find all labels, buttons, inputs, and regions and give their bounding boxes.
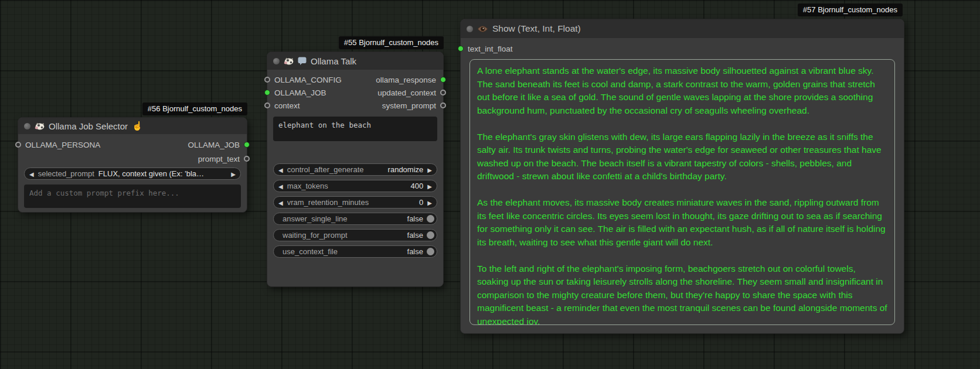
node-ollama-talk[interactable]: Ollama Talk OLLAMA_CONFIG ollama_respons… <box>267 52 444 287</box>
increment-arrow-icon[interactable] <box>427 165 432 174</box>
slot-row: prompt_text <box>18 152 247 166</box>
input-label: OLLAMA_PERSONA <box>25 141 100 149</box>
output-label: system_prompt <box>382 101 436 110</box>
show-text-output-area[interactable]: A lone elephant stands at the water's ed… <box>469 59 895 325</box>
node-show-text-int-float[interactable]: Show (Text, Int, Float) text_int_float A… <box>460 19 904 334</box>
node-id-badge-55: #55 Bjornulf_custom_nodes <box>339 36 444 49</box>
pointing-up-icon <box>132 121 143 131</box>
selected-prompt-combo-widget[interactable]: selected_prompt FLUX, context given (Ex:… <box>24 168 241 180</box>
decrement-arrow-icon[interactable] <box>278 198 283 207</box>
node-id-badge-56: #56 Bjornulf_custom_nodes <box>142 102 247 115</box>
input-slot-context[interactable] <box>264 102 270 108</box>
widget-value: false <box>407 214 423 223</box>
output-label: updated_context <box>377 88 436 97</box>
widget-name: use_context_file <box>283 247 338 256</box>
output-slot-updated-context[interactable] <box>440 90 446 95</box>
node-title: Ollama Job Selector <box>49 121 128 131</box>
output-slot-ollama-job[interactable] <box>244 142 250 148</box>
increment-arrow-icon[interactable] <box>231 169 236 178</box>
widget-value: 0 <box>419 198 423 207</box>
control-after-generate-combo-widget[interactable]: control_after_generate randomize <box>273 163 437 176</box>
increment-arrow-icon[interactable] <box>427 182 432 190</box>
widget-name: answer_single_line <box>283 214 348 223</box>
widget-value: randomize <box>388 165 424 174</box>
widget-name: max_tokens <box>287 182 328 190</box>
node-id-badge-57: #57 Bjornulf_custom_nodes <box>798 4 903 16</box>
node-header-drag-handle[interactable]: Ollama Talk <box>267 52 443 70</box>
decrement-arrow-icon[interactable] <box>29 169 34 178</box>
max-tokens-number-widget[interactable]: max_tokens 400 <box>273 180 437 192</box>
speech-bubble-icon <box>298 57 307 65</box>
input-slot-text-int-float[interactable] <box>458 46 464 52</box>
toggle-knob-icon[interactable] <box>427 248 434 255</box>
input-label: text_int_float <box>468 45 513 53</box>
cow-icon <box>284 57 294 65</box>
prompt-text-textarea[interactable]: elephant on the beach <box>273 117 437 141</box>
node-title: Ollama Talk <box>311 56 356 66</box>
waiting-for-prompt-toggle-widget[interactable]: waiting_for_prompt false <box>273 229 437 241</box>
use-context-file-toggle-widget[interactable]: use_context_file false <box>273 245 437 258</box>
eye-icon <box>477 25 488 33</box>
vram-retention-minutes-number-widget[interactable]: vram_retention_minutes 0 <box>273 196 437 209</box>
collapse-node-icon[interactable] <box>24 123 30 129</box>
output-slot-ollama-response[interactable] <box>440 77 446 83</box>
increment-arrow-icon[interactable] <box>427 198 432 207</box>
input-slot-ollama-persona[interactable] <box>15 142 21 148</box>
decrement-arrow-icon[interactable] <box>278 165 283 174</box>
widget-value: 400 <box>411 182 424 190</box>
slot-row: text_int_float <box>461 42 904 56</box>
widget-value: false <box>407 231 423 240</box>
node-header-drag-handle[interactable]: Ollama Job Selector <box>18 118 247 134</box>
input-label: OLLAMA_JOB <box>274 88 326 97</box>
input-label: context <box>274 101 300 110</box>
slot-row: OLLAMA_JOB updated_context <box>267 86 443 99</box>
widget-name: waiting_for_prompt <box>283 231 348 240</box>
node-ollama-job-selector[interactable]: Ollama Job Selector OLLAMA_PERSONA OLLAM… <box>18 117 247 213</box>
output-label: OLLAMA_JOB <box>188 141 240 149</box>
widget-name: selected_prompt <box>38 169 94 178</box>
widget-value: FLUX, context given (Ex: 'bla… <box>98 169 229 178</box>
widget-value: false <box>407 247 423 256</box>
widget-name: control_after_generate <box>287 165 364 174</box>
node-header-drag-handle[interactable]: Show (Text, Int, Float) <box>461 19 904 38</box>
slot-row: OLLAMA_PERSONA OLLAMA_JOB <box>18 138 247 152</box>
collapse-node-icon[interactable] <box>273 58 280 64</box>
toggle-knob-icon[interactable] <box>427 231 434 239</box>
node-graph-canvas[interactable]: #56 Bjornulf_custom_nodes #55 Bjornulf_c… <box>0 0 980 369</box>
generated-text: A lone elephant stands at the water's ed… <box>477 64 887 325</box>
decrement-arrow-icon[interactable] <box>278 182 283 190</box>
slot-row: context system_prompt <box>267 99 443 112</box>
output-slot-prompt-text[interactable] <box>244 156 250 162</box>
input-slot-ollama-config[interactable] <box>264 77 270 83</box>
input-slot-ollama-job[interactable] <box>264 90 270 95</box>
output-label: prompt_text <box>198 155 240 163</box>
answer-single-line-toggle-widget[interactable]: answer_single_line false <box>273 213 437 225</box>
slot-row: OLLAMA_CONFIG ollama_response <box>267 73 443 86</box>
toggle-knob-icon[interactable] <box>427 215 434 223</box>
input-label: OLLAMA_CONFIG <box>274 76 342 84</box>
node-title: Show (Text, Int, Float) <box>492 23 581 34</box>
collapse-node-icon[interactable] <box>467 26 473 32</box>
spacer <box>267 141 443 163</box>
link-wires-layer <box>0 0 176 88</box>
output-label: ollama_response <box>376 76 436 84</box>
prompt-prefix-textarea[interactable]: Add a custom prompt prefix here... <box>24 184 241 208</box>
output-slot-system-prompt[interactable] <box>440 102 446 108</box>
cow-icon <box>35 122 45 130</box>
widget-name: vram_retention_minutes <box>287 198 369 207</box>
